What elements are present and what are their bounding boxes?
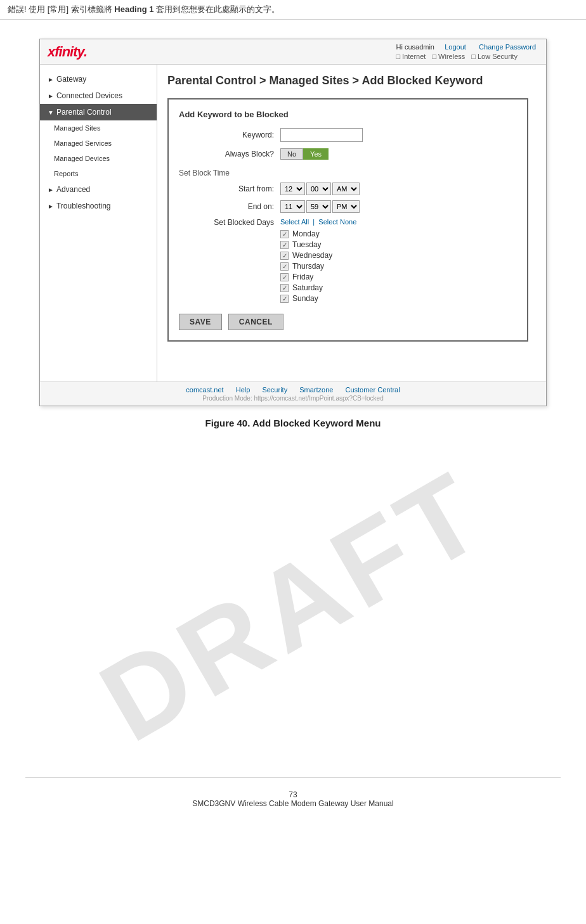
- end-on-row: End on: 1112123 5900153045 PMAM: [179, 200, 517, 213]
- footer-smartzone-link[interactable]: Smartzone: [299, 386, 333, 394]
- toggle-no-button[interactable]: No: [280, 148, 303, 160]
- sunday-checkbox[interactable]: ✓: [280, 295, 289, 303]
- always-block-row: Always Block? No Yes: [179, 148, 517, 160]
- toggle-yes-button[interactable]: Yes: [303, 148, 329, 160]
- select-links: Select All | Select None: [280, 218, 356, 226]
- keyword-input[interactable]: [280, 128, 363, 142]
- btn-row: SAVE CANCEL: [179, 314, 517, 330]
- start-from-label: Start from:: [179, 184, 280, 193]
- security-icon: □: [471, 53, 476, 60]
- tuesday-label: Tuesday: [292, 240, 322, 249]
- sidebar-item-label: Troubleshooting: [56, 202, 111, 210]
- days-content: Select All | Select None ✓ Monday ✓ Tues…: [280, 218, 356, 305]
- keyword-row: Keyword:: [179, 128, 517, 142]
- internet-icon: □: [396, 53, 400, 60]
- friday-label: Friday: [292, 273, 313, 281]
- sidebar-item-managed-services[interactable]: Managed Services: [40, 136, 157, 151]
- end-minute-select[interactable]: 5900153045: [306, 200, 331, 213]
- sidebar-item-reports[interactable]: Reports: [40, 166, 157, 181]
- cancel-button[interactable]: CANCEL: [228, 314, 283, 330]
- day-thursday: ✓ Thursday: [280, 262, 356, 271]
- footer-help-link[interactable]: Help: [236, 386, 251, 394]
- wireless-label: Wireless: [438, 53, 465, 60]
- footer-comcast-link[interactable]: comcast.net: [186, 386, 223, 394]
- url-bar: Production Mode: https://comcast.net/Imp…: [40, 395, 546, 402]
- saturday-checkbox[interactable]: ✓: [280, 284, 289, 292]
- sidebar-item-label: Parental Control: [56, 108, 112, 117]
- days-section: Set Blocked Days Select All | Select Non…: [179, 218, 517, 305]
- parental-control-arrow-icon: ▼: [48, 109, 54, 116]
- page-wrapper: xfinity. Hi cusadmin Logout Change Passw…: [0, 20, 586, 832]
- connected-devices-arrow-icon: ►: [48, 93, 54, 99]
- draft-text: DRAFT: [79, 447, 507, 764]
- doc-title: SMCD3GNV Wireless Cable Modem Gateway Us…: [25, 799, 561, 808]
- wireless-icon: □: [432, 53, 436, 60]
- logout-link[interactable]: Logout: [445, 43, 466, 51]
- sidebar-item-advanced[interactable]: ► Advanced: [40, 181, 157, 198]
- security-icon-item: □ Low Security: [471, 53, 518, 60]
- end-ampm-select[interactable]: PMAM: [332, 200, 360, 213]
- gateway-arrow-icon: ►: [48, 76, 54, 83]
- start-ampm-select[interactable]: AMPM: [332, 183, 360, 195]
- sidebar-item-label: Reports: [54, 170, 79, 177]
- troubleshooting-arrow-icon: ►: [48, 203, 54, 210]
- thursday-label: Thursday: [292, 262, 324, 271]
- sidebar-item-label: Managed Services: [54, 139, 112, 147]
- day-monday: ✓ Monday: [280, 229, 356, 238]
- day-saturday: ✓ Saturday: [280, 283, 356, 292]
- tuesday-checkbox[interactable]: ✓: [280, 241, 289, 249]
- monday-label: Monday: [292, 229, 320, 238]
- select-none-link[interactable]: Select None: [318, 218, 356, 226]
- end-on-label: End on:: [179, 202, 280, 211]
- page-number: 73: [25, 790, 561, 799]
- sidebar-item-label: Managed Devices: [54, 155, 110, 162]
- sidebar: ► Gateway ► Connected Devices ▼ Parental…: [40, 65, 157, 382]
- friday-checkbox[interactable]: ✓: [280, 273, 289, 281]
- page-title: Parental Control > Managed Sites > Add B…: [167, 74, 528, 88]
- sidebar-item-managed-sites[interactable]: Managed Sites: [40, 120, 157, 136]
- day-wednesday: ✓ Wednesday: [280, 251, 356, 260]
- header-right: Hi cusadmin Logout Change Password □ Int…: [396, 43, 538, 60]
- footer-security-link[interactable]: Security: [262, 386, 287, 394]
- wednesday-checkbox[interactable]: ✓: [280, 252, 289, 260]
- start-minute-select[interactable]: 00153045: [306, 183, 331, 195]
- content-area: ► Gateway ► Connected Devices ▼ Parental…: [40, 65, 546, 382]
- sidebar-item-parental-control[interactable]: ▼ Parental Control: [40, 104, 157, 120]
- always-block-label: Always Block?: [179, 150, 280, 158]
- set-blocked-days-label: Set Blocked Days: [179, 218, 280, 305]
- sidebar-item-connected-devices[interactable]: ► Connected Devices: [40, 87, 157, 104]
- sunday-label: Sunday: [292, 294, 318, 303]
- day-friday: ✓ Friday: [280, 273, 356, 281]
- sidebar-item-managed-devices[interactable]: Managed Devices: [40, 151, 157, 166]
- browser-header: xfinity. Hi cusadmin Logout Change Passw…: [40, 39, 546, 65]
- end-hour-select[interactable]: 1112123: [280, 200, 305, 213]
- sidebar-item-gateway[interactable]: ► Gateway: [40, 71, 157, 87]
- error-text: 錯誤! 使用 [常用] 索引標籤將 Heading 1 套用到您想要在此處顯示的…: [8, 4, 280, 14]
- keyword-label: Keyword:: [179, 131, 280, 139]
- footer-customer-central-link[interactable]: Customer Central: [345, 386, 400, 394]
- sidebar-item-troubleshooting[interactable]: ► Troubleshooting: [40, 198, 157, 214]
- change-password-link[interactable]: Change Password: [479, 43, 536, 51]
- error-bar: 錯誤! 使用 [常用] 索引標籤將 Heading 1 套用到您想要在此處顯示的…: [0, 0, 586, 20]
- figure-caption: Figure 40. Add Blocked Keyword Menu: [25, 418, 561, 428]
- start-hour-select[interactable]: 121234567891011: [280, 183, 305, 195]
- day-tuesday: ✓ Tuesday: [280, 240, 356, 249]
- sidebar-item-label: Advanced: [56, 185, 90, 194]
- monday-checkbox[interactable]: ✓: [280, 230, 289, 238]
- browser-footer: comcast.net Help Security Smartzone Cust…: [40, 382, 546, 406]
- set-block-time-header: Set Block Time: [179, 169, 517, 177]
- thursday-checkbox[interactable]: ✓: [280, 262, 289, 271]
- start-from-row: Start from: 121234567891011 00153045 AMP…: [179, 183, 517, 195]
- main-content: Parental Control > Managed Sites > Add B…: [157, 65, 546, 382]
- day-sunday: ✓ Sunday: [280, 294, 356, 303]
- internet-label: Internet: [402, 53, 426, 60]
- security-label: Low Security: [478, 53, 518, 60]
- select-all-link[interactable]: Select All: [280, 218, 309, 226]
- form-box: Add Keyword to be Blocked Keyword: Alway…: [167, 98, 528, 342]
- internet-icon-item: □ Internet: [396, 53, 426, 60]
- save-button[interactable]: SAVE: [179, 314, 222, 330]
- form-box-title: Add Keyword to be Blocked: [179, 110, 517, 119]
- xfinity-logo: xfinity.: [48, 44, 87, 60]
- doc-footer: 73 SMCD3GNV Wireless Cable Modem Gateway…: [25, 777, 561, 813]
- advanced-arrow-icon: ►: [48, 186, 54, 193]
